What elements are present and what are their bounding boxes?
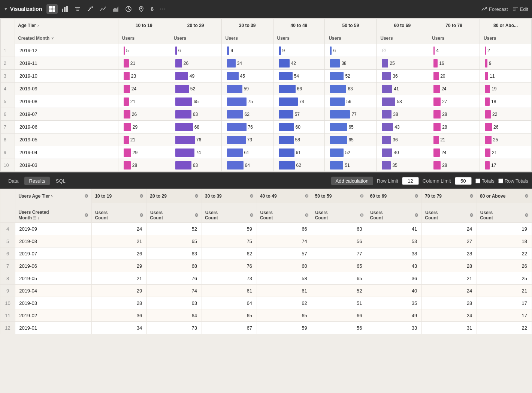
toolbar-title: ▼ Visualization <box>4 6 42 12</box>
cell-value: 40 <box>394 150 399 155</box>
pie-chart-button[interactable] <box>123 4 134 14</box>
row-limit-input[interactable] <box>402 177 419 185</box>
table-view-button[interactable] <box>46 4 58 14</box>
users-count-gear-3[interactable]: ⚙ <box>250 213 254 218</box>
users-header-8: Users <box>480 32 532 44</box>
totals-checkbox-label[interactable]: Totals <box>475 178 495 184</box>
number-button[interactable]: 6 <box>148 4 156 14</box>
users-count-gear-4[interactable]: ⚙ <box>305 213 309 218</box>
value-bar <box>382 123 393 131</box>
bar-chart-button[interactable] <box>59 4 70 14</box>
row-totals-checkbox[interactable] <box>498 178 503 183</box>
value-bar <box>227 72 239 80</box>
users-count-header-7[interactable]: UsersCount ⚙ <box>422 203 477 223</box>
results-cell: 61 <box>202 285 257 297</box>
cell-value: 9 <box>231 48 233 53</box>
col-header-50-59: 50 to 59 <box>325 19 377 32</box>
age-tier-gear-icon[interactable]: ⚙ <box>84 194 88 199</box>
totals-checkbox[interactable] <box>475 178 480 183</box>
col-50-59-gear[interactable]: ⚙ <box>360 194 364 199</box>
value-bar <box>175 85 189 93</box>
results-cell: 65 <box>257 309 312 322</box>
users-header-6: Users <box>377 32 428 44</box>
pivot-cell: 61 <box>273 146 325 159</box>
users-count-header-8[interactable]: UsersCount ⚙ <box>477 203 532 223</box>
value-bar <box>124 123 131 131</box>
col-60-69-gear[interactable]: ⚙ <box>414 194 418 199</box>
area-chart-button[interactable] <box>110 4 121 14</box>
created-month-header[interactable]: Created Month ∨ <box>15 32 118 44</box>
pivot-cell: 20 <box>428 70 480 82</box>
tab-sql[interactable]: SQL <box>51 177 70 185</box>
pivot-cell: 22 <box>480 108 532 121</box>
users-count-header-4[interactable]: UsersCount ⚙ <box>257 203 312 223</box>
users-count-header-1[interactable]: UsersCount ⚙ <box>92 203 147 223</box>
value-bar <box>433 85 440 93</box>
users-count-gear-2[interactable]: ⚙ <box>194 213 199 218</box>
age-tier-header[interactable]: Age Tier › <box>15 19 118 32</box>
col-20-29-gear[interactable]: ⚙ <box>194 194 199 199</box>
results-created-month-header[interactable]: Users Created Month ☰ ↓ ⚙ <box>15 203 92 223</box>
tab-data[interactable]: Data <box>4 177 23 185</box>
col-30-39-gear[interactable]: ⚙ <box>250 194 254 199</box>
pivot-cell: 29 <box>118 146 170 159</box>
users-count-gear-5[interactable]: ⚙ <box>360 213 364 218</box>
cell-value: 42 <box>291 61 296 66</box>
row-totals-checkbox-label[interactable]: Row Totals <box>498 178 528 184</box>
tab-results[interactable]: Results <box>24 177 49 185</box>
column-limit-input[interactable] <box>455 177 472 185</box>
users-count-gear-1[interactable]: ⚙ <box>139 213 143 218</box>
cell-value: 21 <box>130 137 135 142</box>
results-cell: 25 <box>477 272 532 285</box>
scatter-button[interactable] <box>85 4 96 14</box>
value-bar <box>175 123 193 131</box>
svg-rect-3 <box>52 9 55 12</box>
results-col-20-29[interactable]: 20 to 29⚙ <box>147 189 202 203</box>
users-count-header-5[interactable]: UsersCount ⚙ <box>312 203 367 223</box>
line-chart-button[interactable] <box>97 4 109 14</box>
users-count-header-2[interactable]: UsersCount ⚙ <box>147 203 202 223</box>
filter-button[interactable] <box>72 4 83 14</box>
col-10-19-gear[interactable]: ⚙ <box>139 194 143 199</box>
users-count-header-3[interactable]: UsersCount ⚙ <box>202 203 257 223</box>
cell-value: 59 <box>244 86 249 92</box>
results-col-10-19[interactable]: 10 to 19⚙ <box>92 189 147 203</box>
results-col-40-49[interactable]: 40 to 49⚙ <box>257 189 312 203</box>
created-month-gear[interactable]: ⚙ <box>84 213 88 218</box>
cell-value: 65 <box>348 137 353 142</box>
results-cell: 28 <box>92 297 147 309</box>
col-80-above-gear[interactable]: ⚙ <box>525 194 529 199</box>
results-col-30-39[interactable]: 30 to 39⚙ <box>202 189 257 203</box>
users-count-gear-8[interactable]: ⚙ <box>525 213 529 218</box>
more-button[interactable]: ··· <box>157 4 168 14</box>
cell-value: 28 <box>442 112 447 117</box>
pivot-cell: 63 <box>325 82 377 95</box>
add-calculation-button[interactable]: Add calculation <box>331 177 373 185</box>
value-bar <box>382 59 388 68</box>
users-count-gear-6[interactable]: ⚙ <box>414 213 418 218</box>
results-cell: 24 <box>422 285 477 297</box>
results-age-tier-header[interactable]: Users Age Tier › ⚙ <box>15 189 92 203</box>
results-cell: 40 <box>367 285 422 297</box>
pivot-cell: 24 <box>118 82 170 95</box>
pivot-cell: 21 <box>118 134 170 146</box>
results-col-50-59[interactable]: 50 to 59⚙ <box>312 189 367 203</box>
col-40-49-gear[interactable]: ⚙ <box>305 194 309 199</box>
forecast-button[interactable]: Forecast <box>481 6 508 12</box>
row-number: 8 <box>0 272 15 285</box>
users-count-gear-7[interactable]: ⚙ <box>469 213 474 218</box>
edit-button[interactable]: Edit <box>513 6 528 12</box>
cell-value: 65 <box>194 99 199 104</box>
users-count-header-6[interactable]: UsersCount ⚙ <box>367 203 422 223</box>
results-col-70-79[interactable]: 70 to 79⚙ <box>422 189 477 203</box>
results-cell: 65 <box>312 272 367 285</box>
results-col-60-69[interactable]: 60 to 69⚙ <box>367 189 422 203</box>
table-row: 32019-102349455452362011 <box>1 70 532 82</box>
pivot-cell: 64 <box>221 159 273 172</box>
map-button[interactable] <box>136 4 147 14</box>
col-70-79-gear[interactable]: ⚙ <box>469 194 474 199</box>
results-col-80-above[interactable]: 80 or Above⚙ <box>477 189 532 203</box>
pivot-cell: 34 <box>221 57 273 70</box>
results-cell: 66 <box>257 223 312 235</box>
chevron-right-icon: › <box>37 23 39 28</box>
